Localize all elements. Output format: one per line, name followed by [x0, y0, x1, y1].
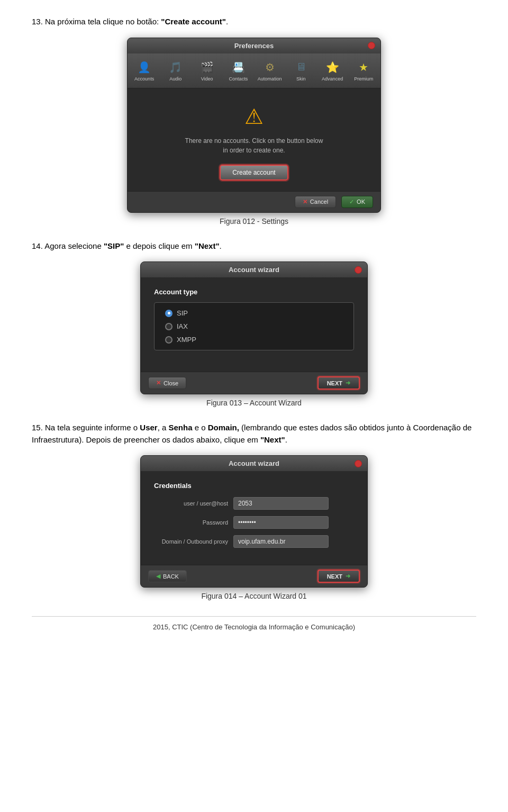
wizard-013-titlebar: Account wizard [141, 262, 367, 277]
tab-accounts[interactable]: 👤 Accounts [130, 58, 159, 84]
automation-icon: ⚙ [262, 60, 277, 75]
user-input[interactable] [233, 497, 329, 510]
password-label: Password [154, 519, 228, 526]
x-icon: ✕ [303, 199, 307, 205]
tab-video-label: Video [201, 76, 213, 82]
pref-message: There are no accounts. Click on the butt… [185, 136, 323, 155]
figure-014-container: Account wizard Credentials user / user@h… [32, 455, 476, 600]
fig013-caption: Figura 013 – Account Wizard [206, 399, 302, 407]
password-input[interactable] [233, 516, 329, 529]
tab-audio[interactable]: 🎵 Audio [161, 58, 190, 84]
credentials-title: Credentials [154, 482, 354, 490]
fig014-caption: Figura 014 – Account Wizard 01 [201, 592, 306, 600]
radio-sip[interactable] [165, 310, 173, 317]
tab-contacts[interactable]: 📇 Contacts [224, 58, 253, 84]
tab-automation[interactable]: ⚙ Automation [255, 58, 284, 84]
fig012-caption: Figura 012 - Settings [220, 217, 288, 225]
premium-icon: ★ [356, 60, 371, 75]
tab-accounts-label: Accounts [134, 76, 154, 82]
warning-icon: ⚠ [244, 104, 264, 129]
wizard-014-close-icon[interactable] [355, 460, 362, 467]
wizard-close-button[interactable]: ✕ Close [148, 377, 186, 389]
tab-audio-label: Audio [169, 76, 182, 82]
next-arrow-icon: ➜ [346, 573, 350, 580]
option-xmpp[interactable]: XMPP [165, 336, 343, 344]
domain-field-row: Domain / Outbound proxy [154, 535, 354, 548]
cancel-button[interactable]: ✕ Cancel [295, 196, 336, 208]
wizard-next-button[interactable]: NEXT ➜ [318, 376, 360, 390]
ok-button[interactable]: ✓ OK [341, 196, 373, 208]
pref-title: Preferences [234, 42, 274, 50]
option-iax[interactable]: IAX [165, 322, 343, 330]
user-field-row: user / user@host [154, 497, 354, 510]
paragraph-15: 15. Na tela seguinte informe o User, a S… [32, 422, 476, 446]
domain-label: Domain / Outbound proxy [154, 538, 228, 545]
wizard-014-titlebar: Account wizard [141, 456, 367, 471]
preferences-window: Preferences 👤 Accounts 🎵 Audio 🎬 Video [127, 38, 381, 213]
figure-012-container: Preferences 👤 Accounts 🎵 Audio 🎬 Video [32, 38, 476, 225]
cred-content: Credentials user / user@host Password Do… [141, 471, 367, 565]
radio-iax[interactable] [165, 323, 173, 330]
video-icon: 🎬 [199, 60, 214, 75]
cred-footer: ◀ BACK NEXT ➜ [141, 565, 367, 587]
paragraph-14: 14. Agora selecione "SIP" e depois cliqu… [32, 240, 476, 252]
pref-close-btn[interactable] [368, 42, 375, 49]
wizard-window-014: Account wizard Credentials user / user@h… [140, 455, 368, 588]
paragraph-13: 13. Na próxima tela clique no botão: "Cr… [32, 16, 476, 28]
domain-input[interactable] [233, 535, 329, 548]
tab-video[interactable]: 🎬 Video [193, 58, 222, 84]
tab-contacts-label: Contacts [229, 76, 248, 82]
check-icon: ✓ [349, 199, 354, 205]
radio-xmpp[interactable] [165, 336, 173, 344]
accounts-icon: 👤 [137, 60, 152, 75]
next-arrow-icon: ➜ [346, 380, 350, 386]
tab-skin-label: Skin [296, 76, 306, 82]
tab-advanced-label: Advanced [322, 76, 343, 82]
tab-premium[interactable]: ★ Premium [349, 58, 378, 84]
contacts-icon: 📇 [231, 60, 246, 75]
password-field-row: Password [154, 516, 354, 529]
advanced-icon: ⭐ [325, 60, 340, 75]
audio-icon: 🎵 [168, 60, 183, 75]
footer-note: 2015, CTIC (Centro de Tecnologia da Info… [32, 616, 476, 631]
back-button[interactable]: ◀ BACK [148, 570, 187, 582]
wizard-window-013: Account wizard Account type SIP IAX [140, 261, 368, 394]
back-arrow-icon: ◀ [156, 573, 160, 580]
tab-skin[interactable]: 🖥 Skin [286, 58, 315, 84]
tab-advanced[interactable]: ⭐ Advanced [318, 58, 347, 84]
section-14: 14. Agora selecione "SIP" e depois cliqu… [32, 240, 476, 408]
pref-footer: ✕ Cancel ✓ OK [128, 191, 380, 212]
account-type-box: SIP IAX XMPP [154, 302, 354, 350]
create-account-button[interactable]: Create account [220, 165, 288, 181]
tab-automation-label: Automation [258, 76, 282, 82]
account-type-title: Account type [154, 288, 354, 296]
x-icon: ✕ [156, 380, 161, 386]
figure-013-container: Account wizard Account type SIP IAX [32, 261, 476, 407]
wizard-013-title: Account wizard [229, 266, 279, 274]
wizard-013-footer: ✕ Close NEXT ➜ [141, 372, 367, 394]
option-sip[interactable]: SIP [165, 309, 343, 317]
section-15: 15. Na tela seguinte informe o User, a S… [32, 422, 476, 600]
pref-titlebar: Preferences [128, 38, 380, 53]
wizard-014-title: Account wizard [229, 459, 279, 467]
tab-premium-label: Premium [354, 76, 373, 82]
next-button-cred[interactable]: NEXT ➜ [318, 570, 360, 583]
section-13: 13. Na próxima tela clique no botão: "Cr… [32, 16, 476, 225]
wizard-013-close-icon[interactable] [355, 266, 362, 274]
skin-icon: 🖥 [294, 60, 309, 75]
wizard-013-content: Account type SIP IAX XMPP [141, 277, 367, 372]
pref-content: ⚠ There are no accounts. Click on the bu… [128, 88, 380, 191]
pref-toolbar: 👤 Accounts 🎵 Audio 🎬 Video 📇 Contacts ⚙ [128, 53, 380, 88]
user-label: user / user@host [154, 500, 228, 507]
